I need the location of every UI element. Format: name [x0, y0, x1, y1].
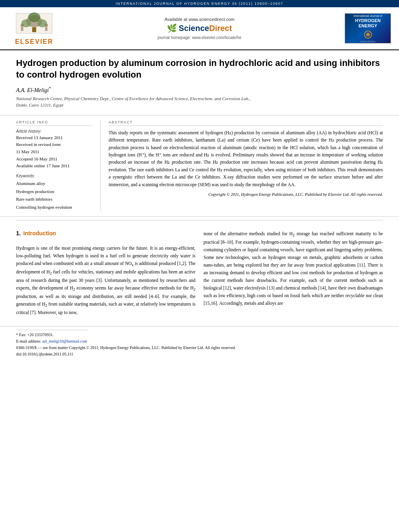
svg-point-8 — [45, 24, 48, 27]
footnote-doi: doi:10.1016/j.ijhydene.2011.05.111 — [16, 351, 383, 357]
received-revised-label: Received in revised form — [16, 141, 92, 148]
abstract-label: Abstract — [109, 120, 383, 126]
svg-rect-7 — [21, 27, 23, 31]
keyword-1: Aluminum alloy — [16, 180, 92, 188]
affiliation: National Research Centre, Physical Chemi… — [16, 95, 383, 109]
section-title: Introduction — [23, 230, 56, 236]
keyword-3: Rare earth inhibitors — [16, 195, 92, 203]
author-name: A.A. El-Meligi* — [16, 86, 383, 94]
journal-cover-title: HYDROGENENERGY — [355, 18, 381, 29]
page-footer: * Fax: +20 233370931. E-mail address: ae… — [0, 326, 399, 361]
right-paragraph-1: none of the alternative methods studied … — [204, 230, 383, 307]
elsevier-tree-icon — [14, 11, 54, 37]
article-metadata: Article Info Article history: Received 1… — [0, 115, 399, 217]
elsevier-logo: ELSEVIER — [8, 11, 60, 45]
accepted-date: Accepted 16 May 2011 — [16, 156, 92, 163]
title-section: Hydrogen production by aluminum corrosio… — [0, 50, 399, 115]
right-content-column: none of the alternative methods studied … — [204, 230, 383, 320]
svg-rect-9 — [45, 27, 47, 31]
email-link[interactable]: ael_meligi10@hotmail.com — [42, 339, 87, 343]
copyright-text: Copyright © 2011, Hydrogen Energy Public… — [109, 191, 383, 198]
article-history: Article history: Received 13 January 201… — [16, 129, 92, 170]
journal-homepage-text: journal homepage: www.elsevier.com/locat… — [60, 35, 339, 40]
abstract-column: Abstract This study reports on the syste… — [101, 120, 383, 212]
banner-text: International Journal of Hydrogen Energy… — [116, 2, 284, 6]
sciencedirect-text: ScienceDirect — [179, 24, 232, 33]
svg-rect-5 — [32, 27, 36, 32]
available-date: Available online 17 June 2011 — [16, 162, 92, 170]
history-label: Article history: — [16, 129, 92, 134]
elsevier-wordmark: ELSEVIER — [15, 38, 53, 45]
abstract-body: This study reports on the systematic ass… — [109, 129, 383, 198]
increasing-word: increasing — [210, 270, 228, 275]
intro-paragraph-1: Hydrogen is one of the most promising en… — [16, 244, 195, 316]
footnote-fax: * Fax: +20 233370931. — [16, 332, 383, 338]
article-title: Hydrogen production by aluminum corrosio… — [16, 58, 383, 80]
keywords-section: Keywords: Aluminum alloy Hydrogen produc… — [16, 174, 92, 212]
main-content: 1. Introduction Hydrogen is one of the m… — [0, 224, 399, 326]
svg-point-6 — [21, 24, 24, 27]
footnote-email: E-mail address: ael_meligi10@hotmail.com — [16, 338, 383, 345]
cover-circle-icon — [358, 31, 378, 39]
header-center: Available at www.sciencedirect.com 🌿 Sci… — [60, 17, 339, 40]
available-text: Available at www.sciencedirect.com — [60, 17, 339, 22]
abstract-paragraph: This study reports on the systematic ass… — [109, 129, 383, 188]
journal-cover: International Journal of HYDROGENENERGY … — [345, 13, 391, 43]
article-info-column: Article Info Article history: Received 1… — [16, 120, 101, 212]
svg-point-4 — [28, 12, 40, 22]
introduction-column: 1. Introduction Hydrogen is one of the m… — [16, 230, 195, 320]
keyword-4: Controlling hydrogen evolution — [16, 203, 92, 212]
cover-publisher: ScienceDirect — [360, 40, 375, 43]
footnote-divider — [16, 330, 88, 330]
journal-banner: International Journal of Hydrogen Energy… — [0, 0, 399, 7]
keywords-label: Keywords: — [16, 174, 92, 178]
page-header: ELSEVIER Available at www.sciencedirect.… — [0, 7, 399, 50]
journal-cover-label: International Journal of — [354, 14, 382, 18]
received-date-2: 11 May 2011 — [16, 148, 92, 156]
footnote-marker: * — [16, 333, 18, 337]
section-divider — [16, 220, 383, 220]
footnote-issn: 0360-3199/$ — see front matter Copyright… — [16, 345, 383, 351]
svg-point-11 — [366, 33, 370, 37]
section-number: 1. — [16, 230, 21, 236]
combusted-word: combusted — [53, 261, 74, 266]
sciencedirect-logo: 🌿 ScienceDirect — [60, 23, 339, 33]
journal-cover-area: International Journal of HYDROGENENERGY … — [339, 13, 391, 43]
sd-leaves-icon: 🌿 — [167, 23, 177, 33]
article-info-label: Article Info — [16, 120, 92, 126]
received-date-1: Received 13 January 2011 — [16, 134, 92, 142]
keyword-2: Hydrogen production — [16, 188, 92, 196]
